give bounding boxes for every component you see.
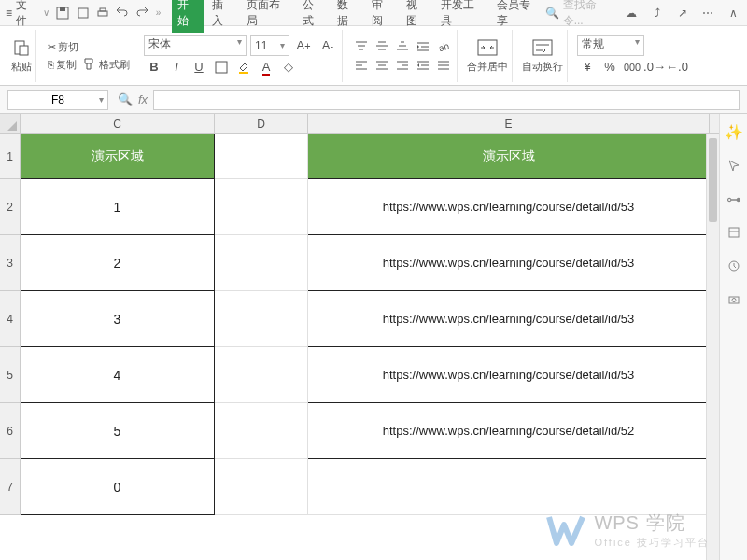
cell[interactable]: https://www.wps.cn/learning/course/detai… [308, 347, 710, 403]
cell[interactable]: 5 [21, 403, 215, 459]
more-dots-icon[interactable]: ⋯ [699, 5, 715, 21]
wrap-text-button[interactable]: 自动换行 [522, 37, 563, 74]
row-header[interactable]: 4 [0, 291, 21, 347]
cell[interactable]: https://www.wps.cn/learning/course/detai… [308, 235, 710, 291]
cell[interactable]: 2 [21, 235, 215, 291]
select-icon[interactable] [726, 157, 742, 174]
border-button[interactable] [211, 58, 232, 77]
name-box[interactable]: F8 ▾ [7, 90, 108, 110]
align-bottom-button[interactable] [393, 38, 412, 55]
column-header-E[interactable]: E [308, 114, 710, 133]
cell[interactable] [215, 235, 308, 291]
formula-input[interactable] [153, 90, 740, 110]
cell[interactable]: https://www.wps.cn/learning/course/detai… [308, 179, 710, 235]
cell[interactable] [215, 134, 308, 179]
decrease-font-button[interactable]: A- [317, 36, 338, 55]
distribute-button[interactable] [434, 57, 453, 74]
underline-button[interactable]: U [189, 58, 209, 77]
cell[interactable]: 3 [21, 291, 215, 347]
merge-center-button[interactable]: 合并居中 [467, 37, 508, 74]
tab-formula[interactable]: 公式 [297, 0, 330, 33]
file-menu[interactable]: 文件 [16, 0, 37, 29]
cell[interactable]: https://www.wps.cn/learning/course/detai… [308, 403, 710, 459]
print-icon[interactable] [94, 5, 110, 21]
paste-button[interactable]: 粘贴 [11, 37, 32, 74]
font-color-button[interactable]: A [256, 58, 276, 77]
cell[interactable] [215, 459, 308, 515]
undo-icon[interactable] [114, 5, 130, 21]
column-header-C[interactable]: C [21, 114, 215, 133]
comma-button[interactable]: 000 [622, 58, 642, 77]
redo-icon[interactable] [134, 5, 150, 21]
backup-icon[interactable] [726, 258, 742, 274]
decrease-indent-button[interactable] [414, 57, 432, 74]
tab-start[interactable]: 开始 [172, 0, 204, 33]
increase-indent-button[interactable] [414, 38, 432, 55]
tab-dev[interactable]: 开发工具 [435, 0, 489, 33]
align-top-button[interactable] [352, 38, 371, 55]
command-search[interactable]: 🔍 查找命令... [545, 0, 614, 29]
tab-view[interactable]: 视图 [401, 0, 433, 33]
camera-icon[interactable] [726, 291, 742, 308]
zoom-icon[interactable]: 🔍 [118, 92, 133, 106]
sparkle-icon[interactable]: ✨ [726, 123, 742, 140]
row-header[interactable]: 1 [0, 134, 21, 179]
vertical-scrollbar[interactable] [706, 134, 719, 560]
cloud-icon[interactable]: ☁ [624, 5, 640, 21]
bold-button[interactable]: B [144, 58, 164, 77]
cell[interactable] [308, 459, 710, 515]
tab-layout[interactable]: 页面布局 [241, 0, 295, 33]
increase-decimal-button[interactable]: .0→ [644, 58, 665, 77]
properties-icon[interactable] [726, 224, 742, 241]
cell[interactable]: 4 [21, 347, 215, 403]
font-size-select[interactable]: 11▾ [250, 35, 289, 56]
align-right-button[interactable] [393, 57, 412, 74]
fx-icon[interactable]: fx [138, 92, 148, 106]
tab-review[interactable]: 审阅 [366, 0, 399, 33]
row-header[interactable]: 5 [0, 347, 21, 403]
cell[interactable] [215, 179, 308, 235]
cell[interactable]: https://www.wps.cn/learning/course/detai… [308, 291, 710, 347]
font-name-select[interactable]: 宋体▾ [144, 35, 247, 56]
decrease-decimal-button[interactable]: ←.0 [667, 58, 687, 77]
currency-button[interactable]: ¥ [577, 58, 598, 77]
cell[interactable] [215, 291, 308, 347]
row-header[interactable]: 2 [0, 179, 21, 235]
align-center-button[interactable] [373, 57, 391, 74]
copy-button[interactable]: ⎘复制 [46, 57, 78, 73]
cell[interactable]: 0 [21, 459, 215, 515]
orientation-button[interactable]: ab [434, 38, 453, 55]
collapse-ribbon-icon[interactable]: ∧ [726, 5, 741, 21]
scrollbar-thumb[interactable] [709, 138, 717, 222]
chevron-down-icon[interactable]: ∨ [41, 7, 51, 18]
cell[interactable]: 1 [21, 179, 215, 235]
row-header[interactable]: 6 [0, 403, 21, 459]
cell[interactable] [215, 403, 308, 459]
cell[interactable]: 演示区域 [308, 134, 710, 179]
share-up-icon[interactable]: ⤴ [649, 5, 665, 21]
save-icon[interactable] [55, 5, 71, 21]
cell[interactable]: 演示区域 [21, 134, 215, 179]
more-icon[interactable]: » [154, 7, 163, 18]
column-header-D[interactable]: D [215, 114, 308, 133]
fill-color-button[interactable] [233, 58, 254, 77]
menu-icon[interactable]: ≡ [6, 7, 12, 20]
align-middle-button[interactable] [373, 38, 391, 55]
format-painter-button[interactable]: 格式刷 [82, 57, 130, 72]
align-left-button[interactable] [352, 57, 371, 74]
select-all-corner[interactable] [0, 114, 21, 133]
tab-insert[interactable]: 插入 [206, 0, 239, 33]
cell[interactable] [215, 347, 308, 403]
print-preview-icon[interactable] [75, 5, 91, 21]
tab-data[interactable]: 数据 [331, 0, 364, 33]
percent-button[interactable]: % [599, 58, 620, 77]
share-icon[interactable]: ↗ [674, 5, 690, 21]
tab-member[interactable]: 会员专享 [491, 0, 545, 33]
row-header[interactable]: 3 [0, 235, 21, 291]
clear-format-button[interactable]: ◇ [278, 58, 299, 77]
settings-icon[interactable]: ⊶ [726, 190, 742, 207]
cut-button[interactable]: ✂剪切 [46, 39, 130, 55]
increase-font-button[interactable]: A+ [293, 36, 314, 55]
row-header[interactable]: 7 [0, 459, 21, 515]
cells[interactable]: 演示区域演示区域1https://www.wps.cn/learning/cou… [21, 134, 719, 515]
